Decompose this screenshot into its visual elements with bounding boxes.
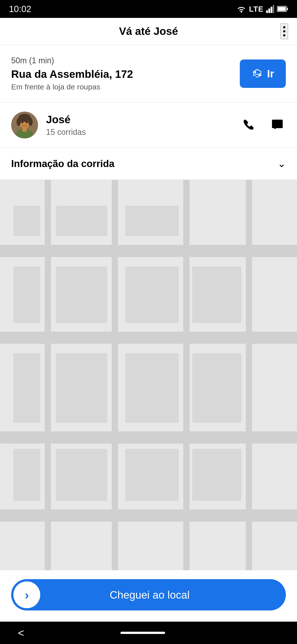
svg-rect-24 — [0, 510, 297, 522]
svg-rect-14 — [22, 127, 27, 132]
svg-rect-21 — [0, 245, 297, 257]
header-menu-button[interactable] — [281, 24, 288, 39]
destination-hint: Em frente à loja de roupas — [11, 82, 231, 91]
map-svg — [0, 180, 297, 570]
svg-rect-42 — [125, 449, 179, 501]
status-bar: 10:02 LTE — [0, 0, 297, 18]
dot-2 — [283, 30, 285, 32]
signal-icon — [266, 5, 274, 13]
svg-rect-28 — [246, 180, 252, 570]
passenger-details: José 15 corridas — [46, 113, 241, 137]
svg-point-0 — [241, 11, 242, 12]
svg-rect-1 — [266, 10, 268, 13]
nav-bar: < — [0, 622, 297, 644]
passenger-actions — [241, 116, 286, 134]
svg-rect-2 — [268, 8, 270, 13]
back-button[interactable]: < — [18, 627, 24, 639]
chat-icon — [271, 119, 284, 131]
destination-meta: 50m (1 min) — [11, 56, 231, 65]
navigate-button[interactable]: Ir — [240, 60, 286, 88]
svg-rect-43 — [192, 449, 241, 501]
bottom-bar: › Cheguei ao local — [0, 570, 297, 622]
passenger-name: José — [46, 113, 241, 126]
dot-1 — [283, 26, 285, 28]
svg-rect-33 — [56, 266, 107, 323]
avatar-image — [11, 112, 38, 138]
status-icons: LTE — [237, 5, 288, 14]
arrived-label: Cheguei ao local — [40, 589, 259, 601]
header-title: Vá até José — [119, 25, 178, 37]
svg-rect-19 — [272, 120, 283, 128]
avatar — [11, 112, 38, 138]
svg-rect-3 — [271, 7, 273, 13]
svg-rect-31 — [125, 206, 179, 236]
svg-rect-22 — [0, 332, 297, 344]
svg-rect-29 — [13, 206, 40, 236]
destination-info: 50m (1 min) Rua da Assembléia, 172 Em fr… — [11, 56, 231, 91]
svg-rect-23 — [0, 431, 297, 444]
svg-rect-25 — [45, 180, 51, 570]
ride-info-accordion: Informação da corrida ⌄ — [0, 148, 297, 180]
svg-rect-39 — [192, 353, 241, 422]
passenger-rides: 15 corridas — [46, 128, 241, 137]
svg-rect-40 — [13, 449, 40, 501]
svg-point-18 — [27, 123, 29, 125]
svg-rect-35 — [192, 266, 241, 323]
svg-rect-37 — [56, 353, 107, 422]
destination-card: 50m (1 min) Rua da Assembléia, 172 Em fr… — [0, 45, 297, 103]
svg-rect-30 — [56, 206, 107, 236]
svg-rect-4 — [273, 5, 274, 13]
battery-icon — [277, 6, 288, 12]
svg-rect-6 — [287, 8, 288, 10]
destination-address: Rua da Assembléia, 172 — [11, 68, 231, 80]
svg-rect-32 — [13, 266, 40, 323]
arrived-button[interactable]: › Cheguei ao local — [11, 579, 286, 610]
svg-point-15 — [21, 122, 23, 123]
svg-rect-27 — [183, 180, 190, 570]
svg-point-17 — [20, 123, 22, 125]
chat-button[interactable] — [269, 116, 286, 134]
svg-rect-38 — [125, 353, 179, 422]
status-time: 10:02 — [9, 4, 31, 14]
navigate-label: Ir — [267, 68, 274, 80]
wifi-icon — [237, 5, 246, 13]
phone-button[interactable] — [241, 116, 258, 134]
dot-3 — [283, 34, 285, 36]
home-indicator[interactable] — [120, 632, 165, 634]
lte-label: LTE — [249, 5, 264, 14]
accordion-title: Informação da corrida — [11, 158, 114, 169]
map-area — [0, 180, 297, 570]
arrived-arrow-icon: › — [25, 588, 29, 602]
arrived-circle: › — [13, 582, 40, 608]
svg-point-16 — [26, 122, 28, 123]
svg-rect-34 — [125, 266, 179, 323]
svg-rect-7 — [278, 7, 286, 11]
app-header: Vá até José — [0, 18, 297, 45]
accordion-header[interactable]: Informação da corrida ⌄ — [0, 148, 297, 180]
svg-rect-41 — [56, 449, 107, 501]
chevron-down-icon: ⌄ — [278, 158, 286, 169]
svg-rect-36 — [13, 353, 40, 422]
phone-icon — [243, 119, 256, 131]
navigate-icon — [251, 68, 263, 80]
passenger-card: José 15 corridas — [0, 103, 297, 148]
svg-rect-26 — [112, 180, 118, 570]
